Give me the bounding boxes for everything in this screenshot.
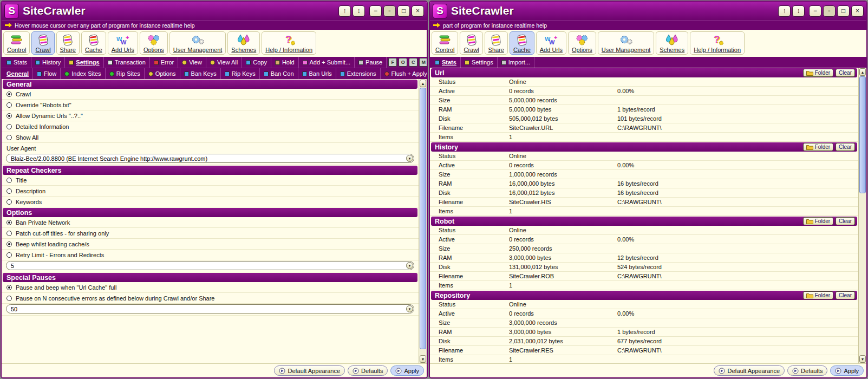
menu-item-import[interactable]: Import... [498,57,534,68]
titlebar[interactable]: S SiteCrawler ↑↕−▫□× [430,2,866,20]
radio-allow-dynamic-urls[interactable] [6,113,12,119]
menu-item-view[interactable]: View [178,57,206,68]
menu-item-settings[interactable]: Settings [65,57,103,68]
toolbar-tab-control[interactable]: Control [432,31,458,55]
defaults-button[interactable]: Defaults [348,365,388,376]
radio-ban-private-network[interactable] [6,220,12,225]
radio-show-all[interactable] [6,135,12,140]
radio-pause-on-n-consecutive-errors-as-defined-below-during-crawl-and-or-share[interactable] [6,296,12,301]
toolbar-tab-add-urls[interactable]: WW+Add Urls [536,31,566,55]
menu-item-ban-con[interactable]: Ban Con [260,68,298,79]
radio-detailed-information[interactable] [6,124,12,129]
menu-item-pause[interactable]: Pause [355,57,387,68]
option-row[interactable]: Keywords [2,197,419,207]
menu-item-settings[interactable]: Settings [461,57,498,68]
option-row[interactable]: Beep whilst loading cache/s [2,239,419,250]
toolbar-tab-control[interactable]: Control [3,31,30,55]
scrollbar-thumb[interactable] [420,88,426,349]
filter-badge-f[interactable]: F [388,58,397,67]
scroll-down-button[interactable]: ▼ [859,355,866,363]
toolbar-tab-schemes[interactable]: Schemes [656,31,688,55]
option-row[interactable]: Pause on N consecutive errors as defined… [2,293,419,304]
option-row[interactable]: Override "Robots.txt" [2,100,419,110]
toolbar-tab-add-urls[interactable]: WW+Add Urls [108,31,138,55]
option-row[interactable]: Patch cut-off titles - for sharing only [2,228,419,239]
radio-retry-limit-errors-and-redirects[interactable] [6,252,12,258]
apply-button[interactable]: Apply [390,365,424,376]
menu-item-view-all[interactable]: View All [206,57,242,68]
radio-override-robots-txt[interactable] [6,102,12,108]
combo-dropdown-button[interactable]: ▼ [406,305,413,312]
menu-item-copy[interactable]: Copy [242,57,271,68]
menu-item-stats[interactable]: Stats [431,57,461,68]
filter-badge-o[interactable]: O [399,58,407,67]
close-button[interactable]: × [851,5,864,17]
radio-description[interactable] [6,188,12,194]
minimize-button[interactable]: − [369,5,382,17]
on-top-button[interactable]: ↑ [338,5,351,17]
menu-item-stats[interactable]: Stats [3,57,31,68]
menu-item-history[interactable]: History [31,57,65,68]
folder-button[interactable]: Folder [803,291,833,299]
scroll-up-button[interactable]: ▲ [420,80,426,87]
toolbar-tab-cache[interactable]: Cache [81,31,106,55]
option-row[interactable]: Title [2,175,419,186]
apply-button[interactable]: Apply [830,365,864,376]
toolbar-tab-share[interactable]: Share [56,31,80,55]
combo-field[interactable]: 50▼ [6,304,414,313]
menu-item-rip-keys[interactable]: Rip Keys [221,68,260,79]
option-row[interactable]: Show All [2,132,419,143]
menu-item-hold[interactable]: Hold [271,57,299,68]
scroll-up-button[interactable]: ▲ [859,68,866,76]
combo-dropdown-button[interactable]: ▼ [406,262,413,269]
toolbar-tab-user-management[interactable]: User Management [598,31,655,55]
default-appearance-button[interactable]: Default Appearance [714,365,785,376]
minimize-button[interactable]: − [809,5,821,17]
menu-item-add-submit[interactable]: Add + Submit... [299,57,355,68]
close-button[interactable]: × [412,5,424,17]
menu-item-transaction[interactable]: Transaction [104,57,150,68]
folder-button[interactable]: Folder [803,217,833,225]
toolbar-tab-crawl[interactable]: Crawl [31,31,54,55]
toolbar-tab-user-management[interactable]: User Management [169,31,226,55]
toolbar-tab-options[interactable]: Options [140,31,168,55]
on-top-button[interactable]: ↑ [778,5,791,17]
filter-badge-c[interactable]: C [409,58,417,67]
scrollbar-track[interactable] [420,88,426,355]
option-row[interactable]: Pause and beep when "Url Cache" full [2,282,419,293]
menu-item-general[interactable]: General [3,68,33,79]
option-row[interactable]: Retry Limit - Errors and Redirects [2,250,419,260]
clear-button[interactable]: Clear [836,69,855,77]
menu-item-flush-apply[interactable]: Flush + Apply [381,68,427,79]
radio-pause-and-beep-when-url-cache-full[interactable] [6,285,12,290]
filter-badge-m[interactable]: M [419,58,427,67]
roll-up-button[interactable]: ↕ [792,5,805,17]
default-appearance-button[interactable]: Default Appearance [274,365,345,376]
folder-button[interactable]: Folder [803,69,833,77]
radio-crawl[interactable] [6,92,12,97]
toolbar-tab-cache[interactable]: Cache [510,31,534,55]
vertical-scrollbar[interactable]: ▲ ▼ [858,68,866,363]
menu-item-ban-keys[interactable]: Ban Keys [180,68,221,79]
menu-item-index-sites[interactable]: Index Sites [61,68,105,79]
toolbar-tab-schemes[interactable]: Schemes [227,31,260,55]
roll-up-button[interactable]: ↕ [353,5,365,17]
radio-title[interactable] [6,178,12,183]
defaults-button[interactable]: Defaults [787,365,827,376]
menu-item-rip-sites[interactable]: Rip Sites [106,68,145,79]
option-row[interactable]: Crawl [2,89,419,100]
option-row[interactable]: Detailed Information [2,121,419,132]
maximize-button[interactable]: □ [397,5,410,17]
menu-item-ban-urls[interactable]: Ban Urls [298,68,336,79]
radio-beep-whilst-loading-cache-s[interactable] [6,241,12,247]
maximize-button[interactable]: □ [837,5,850,17]
radio-keywords[interactable] [6,199,12,205]
folder-button[interactable]: Folder [803,143,833,151]
menu-item-error[interactable]: Error [150,57,178,68]
option-row[interactable]: Allow Dynamic Urls "..?.." [2,110,419,121]
option-row[interactable]: Description [2,186,419,197]
scrollbar-thumb[interactable] [859,76,866,193]
vertical-scrollbar[interactable]: ▲ ▼ [419,79,427,363]
toolbar-tab-help-information[interactable]: ??Help / Information [690,31,745,55]
option-row[interactable]: Ban Private Network [2,217,419,228]
